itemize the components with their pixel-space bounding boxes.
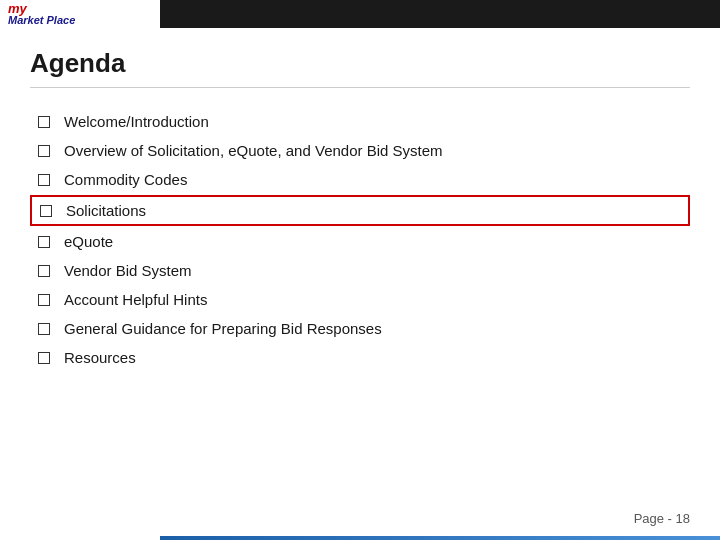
main-content: Agenda Welcome/IntroductionOverview of S… <box>0 28 720 393</box>
checkbox-icon <box>40 205 52 217</box>
agenda-item: Vendor Bid System <box>30 257 690 284</box>
agenda-item: Welcome/Introduction <box>30 108 690 135</box>
agenda-item: Resources <box>30 344 690 371</box>
checkbox-icon <box>38 174 50 186</box>
logo-container: my Market Place <box>0 0 160 28</box>
agenda-item-text: Account Helpful Hints <box>64 291 207 308</box>
agenda-item: Solicitations <box>30 195 690 226</box>
checkbox-icon <box>38 236 50 248</box>
agenda-item-text: Vendor Bid System <box>64 262 192 279</box>
agenda-item-text: General Guidance for Preparing Bid Respo… <box>64 320 382 337</box>
header-bar: my Market Place <box>0 0 720 28</box>
agenda-item-text: Solicitations <box>66 202 146 219</box>
checkbox-icon <box>38 116 50 128</box>
checkbox-icon <box>38 145 50 157</box>
agenda-item-text: eQuote <box>64 233 113 250</box>
agenda-item-text: Resources <box>64 349 136 366</box>
footer-area: Page - 18 <box>0 500 720 540</box>
agenda-list: Welcome/IntroductionOverview of Solicita… <box>30 108 690 371</box>
checkbox-icon <box>38 265 50 277</box>
checkbox-icon <box>38 323 50 335</box>
agenda-item-text: Commodity Codes <box>64 171 187 188</box>
page-title: Agenda <box>30 48 690 88</box>
agenda-item-text: Welcome/Introduction <box>64 113 209 130</box>
agenda-item: General Guidance for Preparing Bid Respo… <box>30 315 690 342</box>
agenda-item: Account Helpful Hints <box>30 286 690 313</box>
agenda-item: Overview of Solicitation, eQuote, and Ve… <box>30 137 690 164</box>
agenda-item: eQuote <box>30 228 690 255</box>
logo-inner: my Market Place <box>8 2 75 26</box>
page-number: Page - 18 <box>634 511 690 526</box>
checkbox-icon <box>38 294 50 306</box>
checkbox-icon <box>38 352 50 364</box>
agenda-item: Commodity Codes <box>30 166 690 193</box>
logo-bottom-text: Market Place <box>8 15 75 26</box>
agenda-item-text: Overview of Solicitation, eQuote, and Ve… <box>64 142 443 159</box>
